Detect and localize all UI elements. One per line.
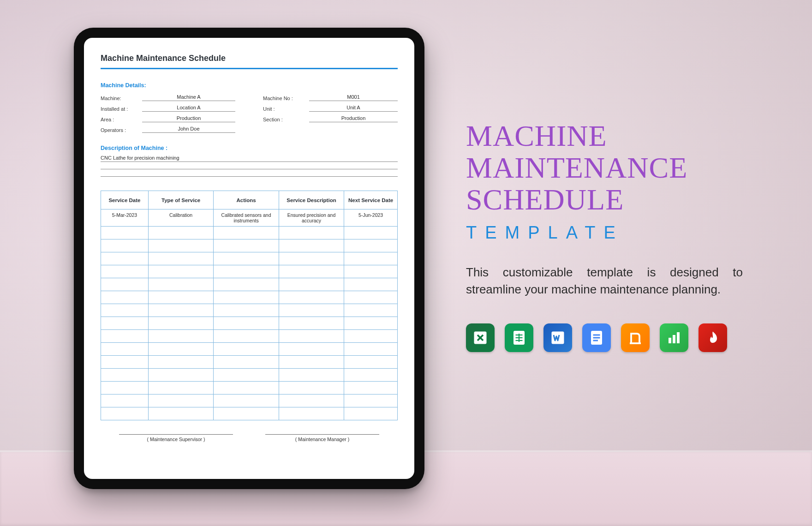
table-cell-empty <box>101 407 149 420</box>
table-cell-empty <box>279 394 344 407</box>
table-cell-empty <box>101 304 149 317</box>
detail-value: John Doe <box>142 126 235 133</box>
table-cell-empty <box>101 239 149 252</box>
word-icon <box>543 323 572 352</box>
table-cell-empty <box>101 343 149 356</box>
description-line: CNC Lathe for precision machining <box>101 154 398 162</box>
detail-row: Operators :John Doe <box>101 126 235 133</box>
table-row-empty <box>101 227 398 239</box>
table-cell-empty <box>344 382 398 394</box>
svg-rect-14 <box>677 332 680 343</box>
marketing-description: This customizable template is designed t… <box>466 264 743 298</box>
svg-rect-12 <box>669 338 671 343</box>
table-cell-empty <box>279 356 344 369</box>
detail-row: Machine:Machine A <box>101 94 235 101</box>
detail-value: Unit A <box>309 105 398 112</box>
numbers-icon <box>660 323 688 352</box>
table-row: 5-Mar-2023CalibrationCalibrated sensors … <box>101 209 398 227</box>
tablet-screen: Machine Maintenance Schedule Machine Det… <box>84 38 414 479</box>
table-cell-empty <box>344 330 398 343</box>
table-cell-empty <box>214 343 279 356</box>
table-cell-empty <box>148 382 213 394</box>
table-row-empty <box>101 317 398 330</box>
excel-icon <box>466 323 495 352</box>
details-left-col: Machine:Machine A Installed at :Location… <box>101 94 235 137</box>
table-cell-empty <box>279 343 344 356</box>
table-cell-empty <box>344 252 398 265</box>
pages-icon <box>621 323 650 352</box>
table-cell-empty <box>214 227 279 239</box>
table-cell-empty <box>344 317 398 330</box>
table-cell-empty <box>279 252 344 265</box>
detail-value: Production <box>309 115 398 122</box>
table-cell: Calibrated sensors and instruments <box>214 209 279 227</box>
table-row-empty <box>101 369 398 382</box>
table-cell-empty <box>344 278 398 291</box>
table-cell-empty <box>148 227 213 239</box>
detail-row: Unit :Unit A <box>263 105 398 112</box>
table-row-empty <box>101 382 398 394</box>
table-header-row: Service Date Type of Service Actions Ser… <box>101 191 398 209</box>
table-cell-empty <box>148 278 213 291</box>
table-cell-empty <box>279 291 344 304</box>
th-next: Next Service Date <box>344 191 398 209</box>
table-row-empty <box>101 265 398 278</box>
table-cell-empty <box>344 407 398 420</box>
table-cell-empty <box>344 394 398 407</box>
th-desc: Service Description <box>279 191 344 209</box>
table-cell-empty <box>101 382 149 394</box>
table-cell-empty <box>214 304 279 317</box>
table-cell-empty <box>148 265 213 278</box>
detail-row: Area :Production <box>101 115 235 122</box>
table-cell-empty <box>214 252 279 265</box>
table-cell-empty <box>279 239 344 252</box>
details-right-col: Machine No :M001 Unit :Unit A Section :P… <box>263 94 398 137</box>
table-cell-empty <box>148 239 213 252</box>
detail-label: Operators : <box>101 127 142 133</box>
table-cell-empty <box>279 382 344 394</box>
document-title: Machine Maintenance Schedule <box>101 54 398 69</box>
table-cell-empty <box>148 317 213 330</box>
table-cell-empty <box>148 330 213 343</box>
marketing-title-line: Machine <box>466 120 761 152</box>
svg-rect-13 <box>673 335 675 343</box>
table-cell-empty <box>148 356 213 369</box>
table-cell-empty <box>148 343 213 356</box>
table-cell-empty <box>148 252 213 265</box>
table-row-empty <box>101 278 398 291</box>
table-cell-empty <box>214 265 279 278</box>
table-cell-empty <box>148 394 213 407</box>
signature-manager: ( Maintenance Manager ) <box>265 434 379 442</box>
table-cell-empty <box>101 356 149 369</box>
table-cell-empty <box>344 239 398 252</box>
table-cell-empty <box>214 291 279 304</box>
table-cell-empty <box>101 394 149 407</box>
table-cell-empty <box>214 394 279 407</box>
table-cell: 5-Jun-2023 <box>344 209 398 227</box>
detail-label: Area : <box>101 117 142 122</box>
marketing-panel: Machine Maintenance Schedule TEMPLATE Th… <box>466 120 761 352</box>
table-cell-empty <box>148 304 213 317</box>
tablet-device: Machine Maintenance Schedule Machine Det… <box>74 28 424 489</box>
table-cell-empty <box>101 317 149 330</box>
table-cell-empty <box>101 227 149 239</box>
table-cell-empty <box>279 265 344 278</box>
detail-label: Machine No : <box>263 96 309 101</box>
table-cell-empty <box>214 330 279 343</box>
pdf-icon <box>699 323 727 352</box>
table-cell-empty <box>101 291 149 304</box>
detail-label: Unit : <box>263 106 309 112</box>
table-cell-empty <box>214 356 279 369</box>
table-row-empty <box>101 291 398 304</box>
table-cell-empty <box>148 407 213 420</box>
machine-details: Machine:Machine A Installed at :Location… <box>101 94 398 137</box>
table-cell-empty <box>101 265 149 278</box>
detail-label: Installed at : <box>101 106 142 112</box>
table-cell-empty <box>344 227 398 239</box>
detail-label: Section : <box>263 117 309 122</box>
detail-row: Section :Production <box>263 115 398 122</box>
table-row-empty <box>101 343 398 356</box>
table-cell: 5-Mar-2023 <box>101 209 149 227</box>
marketing-title: Machine Maintenance Schedule <box>466 120 761 215</box>
table-cell-empty <box>279 304 344 317</box>
